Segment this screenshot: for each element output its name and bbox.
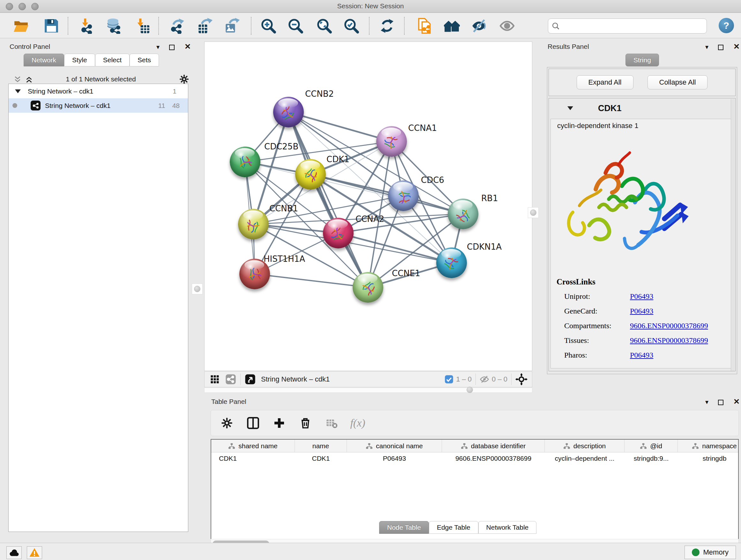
panel-close-button[interactable]: ✕ (733, 42, 740, 51)
network-canvas[interactable]: CCNB2CCNA1CDC25BCDK1CDC6RB1CCNB1CCNA2CDK… (204, 42, 532, 371)
table-cell[interactable]: P06493 (347, 452, 442, 464)
expand-all-button[interactable]: Expand All (577, 75, 633, 89)
column-header-name[interactable]: name (295, 440, 347, 452)
column-header-canonical-name[interactable]: canonical name (347, 440, 442, 452)
import-table-button[interactable] (133, 16, 151, 36)
node-CDK1[interactable] (295, 159, 326, 190)
duplicate-network-button[interactable] (415, 16, 434, 36)
table-cell[interactable]: cyclin–dependent ... (545, 452, 624, 464)
node-CDC25B[interactable] (230, 146, 260, 177)
collapse-all-icon[interactable] (13, 75, 22, 84)
crosslink-tissues-link[interactable]: 9606.ENSP00000378699 (630, 336, 708, 345)
gene-section-header[interactable]: CDK1 (549, 98, 735, 118)
node-RB1[interactable] (448, 199, 478, 229)
zoom-out-button[interactable] (286, 16, 305, 36)
column-header-description[interactable]: description (545, 440, 624, 452)
tab-edge-table[interactable]: Edge Table (429, 521, 478, 534)
tab-string[interactable]: String (625, 54, 659, 66)
zoom-fit-button[interactable] (315, 16, 333, 36)
export-network-button[interactable] (168, 16, 187, 36)
left-splitter-handle[interactable] (192, 284, 203, 294)
show-all-button[interactable] (498, 16, 516, 36)
node-CCNB1[interactable] (238, 209, 269, 240)
node-shine (278, 98, 298, 108)
memory-button[interactable]: Memory (684, 546, 736, 559)
table-cell[interactable]: 9606.ENSP00000378699 (442, 452, 545, 464)
tab-select[interactable]: Select (95, 54, 130, 66)
edge-HIST1H1A-CCNE1[interactable] (255, 274, 368, 287)
apply-layout-button[interactable] (378, 16, 396, 36)
crosshair-icon[interactable] (515, 373, 528, 385)
panel-maximize-button[interactable] (718, 44, 724, 51)
birds-eye-view-button[interactable] (245, 374, 256, 385)
table-settings-button[interactable] (220, 416, 234, 430)
panel-maximize-button[interactable] (169, 44, 175, 51)
table-cell[interactable]: stringdb:9... (624, 452, 678, 464)
node-CCNE1[interactable] (353, 272, 383, 303)
bottom-splitter-handle[interactable] (465, 385, 475, 395)
tab-network-table[interactable]: Network Table (478, 521, 537, 534)
collapse-all-button[interactable]: Collapse All (648, 75, 708, 89)
tab-style[interactable]: Style (64, 54, 95, 66)
panel-float-button[interactable]: ▾ (156, 43, 159, 51)
panel-float-button[interactable]: ▾ (705, 43, 709, 51)
warning-button[interactable] (27, 546, 42, 559)
panel-float-button[interactable]: ▾ (705, 398, 709, 406)
tab-sets[interactable]: Sets (130, 54, 159, 66)
open-session-button[interactable] (12, 16, 30, 36)
cloud-button[interactable] (6, 546, 22, 559)
node-CCNA1[interactable] (376, 126, 407, 157)
node-CCNB2[interactable] (273, 97, 304, 127)
delete-column-button[interactable] (298, 416, 313, 430)
gear-icon[interactable] (179, 74, 189, 84)
panel-close-button[interactable]: ✕ (185, 42, 191, 51)
results-scrollbar[interactable] (731, 99, 735, 371)
right-splitter-handle[interactable] (528, 207, 539, 218)
tab-network[interactable]: Network (23, 54, 64, 66)
search-input[interactable] (563, 22, 703, 30)
expand-all-icon[interactable] (25, 75, 33, 84)
node-CCNA2[interactable] (323, 218, 354, 248)
node-CDKN1A[interactable] (436, 247, 467, 278)
table-cell[interactable]: CDK1 (211, 452, 295, 464)
string-view-button[interactable] (225, 374, 237, 385)
table-cell[interactable]: stringdb (678, 452, 739, 464)
export-table-button[interactable] (195, 16, 214, 36)
zoom-selected-button[interactable] (342, 16, 360, 36)
horizontal-splitter[interactable] (204, 388, 532, 393)
zoom-in-button[interactable] (259, 16, 278, 36)
delete-table-button[interactable] (325, 416, 339, 430)
node-CDC6[interactable] (388, 180, 419, 211)
function-builder-button[interactable]: f(x) (351, 416, 365, 430)
panel-close-button[interactable]: ✕ (733, 397, 740, 406)
crosslink-pharos-link[interactable]: P06493 (630, 351, 653, 360)
save-session-button[interactable] (42, 16, 61, 36)
network-row[interactable]: String Network – cdk1 11 48 (9, 98, 188, 113)
table-cell[interactable]: CDK1 (295, 452, 347, 464)
hide-selected-button[interactable] (470, 16, 488, 36)
crosslink-compartments-link[interactable]: 9606.ENSP00000378699 (630, 321, 708, 330)
column-header-database-identifier[interactable]: database identifier (442, 440, 545, 452)
column-header-namespace[interactable]: namespace (678, 440, 739, 452)
crosslink-uniprot-link[interactable]: P06493 (630, 292, 653, 301)
table-row[interactable]: CDK1CDK1P064939606.ENSP00000378699cyclin… (211, 452, 738, 464)
selected-checkbox-icon[interactable] (445, 375, 454, 384)
crosslink-row: Compartments: 9606.ENSP00000378699 (556, 318, 729, 333)
network-collection-row[interactable]: String Network – cdk1 1 (9, 84, 188, 98)
show-columns-button[interactable] (246, 416, 260, 430)
hidden-eye-icon[interactable] (480, 374, 489, 384)
houses-icon (444, 18, 460, 34)
create-column-button[interactable] (272, 416, 286, 430)
tab-node-table[interactable]: Node Table (379, 521, 429, 534)
import-network-from-database-button[interactable] (105, 16, 123, 36)
crosslink-genecard-link[interactable]: P06493 (630, 307, 653, 315)
panel-maximize-button[interactable] (718, 398, 724, 406)
column-header--id[interactable]: @id (624, 440, 678, 452)
first-neighbors-button[interactable] (443, 16, 461, 36)
column-header-shared-name[interactable]: shared name (211, 440, 295, 452)
table-toolbar: f(x) (211, 410, 739, 436)
export-image-button[interactable] (222, 16, 241, 36)
grid-view-button[interactable] (209, 374, 220, 385)
import-network-button[interactable] (77, 16, 96, 36)
help-button[interactable]: ? (719, 18, 734, 33)
